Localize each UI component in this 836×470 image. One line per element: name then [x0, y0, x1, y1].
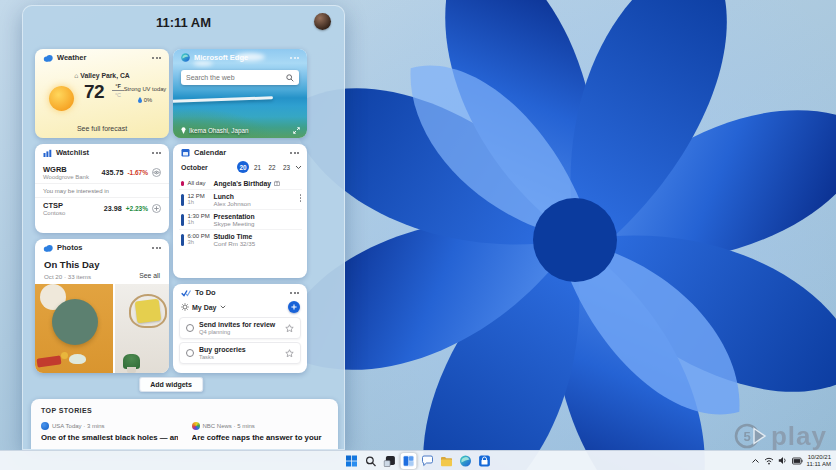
task-row[interactable]: Send invites for review Q4 planning	[179, 317, 301, 339]
stock-symbol: WGRB	[43, 165, 89, 174]
task-row[interactable]: Buy groceries Tasks	[179, 342, 301, 364]
volume-icon[interactable]	[778, 456, 788, 465]
widgets-button[interactable]	[401, 453, 417, 469]
weather-location[interactable]: ⌂ Valley Park, CA	[35, 72, 169, 79]
task-title: Send invites for review	[199, 321, 275, 329]
precipitation-value: 0%	[144, 97, 152, 103]
search-button[interactable]	[363, 453, 379, 469]
file-explorer-button[interactable]	[439, 453, 455, 469]
news-story[interactable]: NBC News · 5 mins Are coffee naps the an…	[192, 422, 329, 442]
calendar-icon	[181, 148, 190, 157]
event-time-col: 1:30 PM 1h	[188, 213, 214, 225]
weather-widget[interactable]: Weather ⌂ Valley Park, CA 72 °F °C Stron…	[35, 49, 169, 138]
calendar-event[interactable]: All day Angela's Birthday	[179, 177, 302, 190]
wifi-icon[interactable]	[764, 456, 774, 465]
see-full-forecast-link[interactable]: See full forecast	[35, 125, 169, 132]
event-duration: 1h	[188, 219, 214, 225]
widgets-icon	[403, 455, 415, 467]
photo-thumbnail[interactable]	[115, 284, 169, 373]
event-time-col: 6:00 PM 3h	[188, 233, 214, 245]
expand-icon[interactable]	[293, 127, 300, 134]
more-options-icon[interactable]	[290, 152, 299, 154]
calendar-date-strip: October 20 21 22 23	[181, 161, 302, 173]
task-list-name: Tasks	[199, 354, 246, 360]
play-logo-icon: 5	[733, 419, 767, 453]
stock-change: +2.23%	[126, 205, 148, 212]
more-options-icon[interactable]	[290, 57, 299, 59]
event-color-bar	[181, 214, 184, 226]
play-watermark-text: play	[771, 421, 827, 452]
location-pin-icon	[181, 127, 186, 134]
event-subtitle: Alex Johnson	[214, 200, 301, 207]
todo-widget[interactable]: To Do My Day Send invites for review Q4 …	[173, 284, 307, 373]
photo-caption-label: Ikema Ohashi, Japan	[189, 127, 249, 134]
news-story[interactable]: USA Today · 3 mins One of the smallest b…	[41, 422, 178, 442]
more-options-icon[interactable]	[152, 57, 161, 59]
more-options-icon[interactable]	[152, 247, 161, 249]
user-avatar[interactable]	[314, 13, 331, 30]
desktop: 11:11 AM Weather ⌂ Valley Park, CA 72 °F…	[0, 0, 836, 470]
calendar-widget[interactable]: Calendar October 20 21 22 23 All day	[173, 144, 307, 278]
task-view-button[interactable]	[382, 453, 398, 469]
photos-widget[interactable]: Photos On This Day Oct 20 · 33 items See…	[35, 239, 169, 373]
calendar-event[interactable]: 1:30 PM 1h Presentation Skype Meeting	[179, 210, 302, 230]
chat-button[interactable]	[420, 453, 436, 469]
edge-search-box[interactable]	[181, 70, 299, 85]
task-checkbox[interactable]	[186, 349, 194, 357]
stock-row[interactable]: WGRB Woodgrove Bank 435.75 -1.67%	[35, 162, 169, 183]
watched-eye-icon[interactable]	[152, 168, 161, 177]
date-pill[interactable]: 22	[266, 161, 278, 173]
event-time: 1:30 PM	[188, 213, 214, 219]
photos-cloud-icon	[43, 244, 53, 252]
photo-thumbnail[interactable]	[35, 284, 113, 373]
calendar-title: Calendar	[194, 148, 226, 157]
stock-row[interactable]: CTSP Contoso 23.98 +2.23%	[35, 198, 169, 219]
battery-icon[interactable]	[792, 457, 803, 465]
calendar-event[interactable]: 6:00 PM 3h Studio Time Conf Rm 32/35	[179, 230, 302, 249]
tray-chevron-up-icon[interactable]	[751, 457, 760, 465]
edge-browser-button[interactable]	[458, 453, 474, 469]
event-menu-icon[interactable]	[300, 194, 302, 202]
task-checkbox[interactable]	[186, 324, 194, 332]
date-pill-selected[interactable]: 20	[237, 161, 249, 173]
story-headline[interactable]: Are coffee naps the answer to your	[192, 433, 329, 442]
stock-values: 23.98 +2.23%	[104, 204, 161, 213]
event-subtitle: Conf Rm 32/35	[214, 240, 301, 247]
edge-widget[interactable]: Microsoft Edge Ikema Ohashi, Japan	[173, 49, 307, 138]
event-time: 6:00 PM	[188, 233, 214, 239]
weather-condition: Strong UV today	[123, 86, 167, 92]
task-text: Send invites for review Q4 planning	[199, 321, 275, 335]
search-input[interactable]	[186, 74, 286, 81]
decor-shape	[36, 355, 61, 367]
date-pill[interactable]: 23	[281, 161, 293, 173]
chevron-down-icon[interactable]	[220, 305, 226, 309]
store-button[interactable]	[477, 453, 493, 469]
photos-heading: On This Day	[44, 259, 99, 270]
add-widgets-button[interactable]: Add widgets	[139, 377, 203, 392]
star-icon[interactable]	[285, 324, 294, 333]
add-stock-icon[interactable]	[152, 204, 161, 213]
stock-id: CTSP Contoso	[43, 201, 65, 216]
folder-icon	[441, 456, 453, 467]
add-task-button[interactable]	[288, 301, 300, 313]
edge-logo-icon	[181, 53, 190, 62]
watchlist-title: Watchlist	[56, 148, 89, 157]
story-headline[interactable]: One of the smallest black holes — and	[41, 433, 178, 442]
tray-clock[interactable]: 10/20/21 11:11 AM	[807, 454, 831, 468]
chevron-down-icon[interactable]	[295, 165, 302, 170]
see-all-link[interactable]: See all	[139, 272, 160, 279]
start-button[interactable]	[344, 453, 360, 469]
more-options-icon[interactable]	[290, 292, 299, 294]
weather-cloud-icon	[43, 54, 53, 62]
date-pill[interactable]: 21	[252, 161, 264, 173]
todo-check-icon	[181, 289, 191, 297]
stock-id: WGRB Woodgrove Bank	[43, 165, 89, 180]
photos-title: Photos	[57, 243, 82, 252]
calendar-event[interactable]: 12 PM 1h Lunch Alex Johnson	[179, 190, 302, 210]
story-source: USA Today · 3 mins	[52, 423, 105, 429]
my-day-label[interactable]: My Day	[192, 304, 217, 311]
watchlist-widget[interactable]: Watchlist WGRB Woodgrove Bank 435.75 -1.…	[35, 144, 169, 233]
precipitation: 0%	[123, 97, 167, 103]
star-icon[interactable]	[285, 349, 294, 358]
more-options-icon[interactable]	[152, 152, 161, 154]
